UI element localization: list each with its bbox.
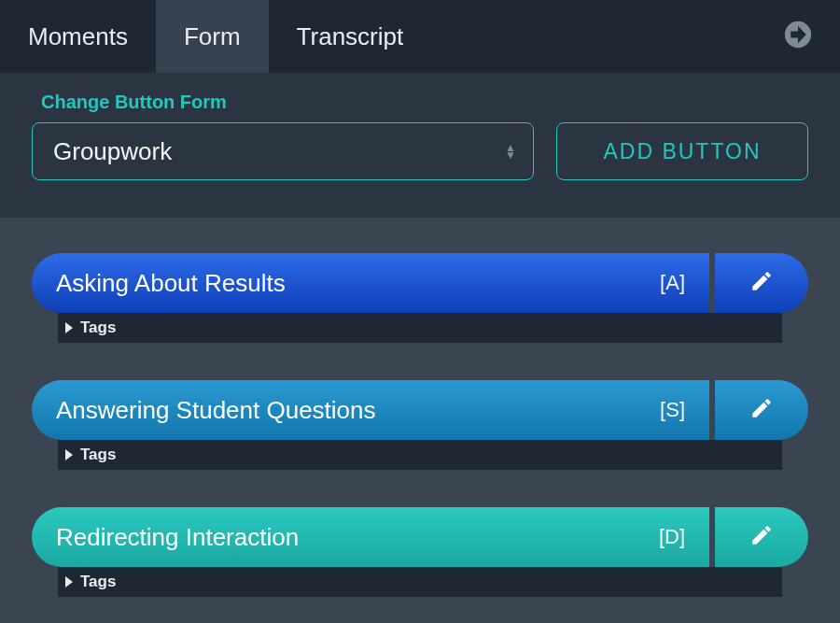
pill-row: Redirecting Interaction [D] [32, 507, 808, 567]
pencil-icon [749, 396, 774, 424]
item-shortcut: [S] [660, 398, 685, 422]
form-panel: Change Button Form Groupwork ▲▼ ADD BUTT… [0, 73, 840, 218]
item-button[interactable]: Asking About Results [A] [32, 253, 709, 313]
list-item: Answering Student Questions [S] Tags [32, 380, 808, 470]
tab-list: Moments Form Transcript [0, 0, 431, 73]
item-label: Redirecting Interaction [56, 523, 659, 552]
pencil-icon [749, 523, 774, 551]
tags-toggle[interactable]: Tags [58, 440, 782, 470]
pencil-icon [749, 269, 774, 297]
advance-button[interactable] [775, 0, 821, 73]
list-item: Redirecting Interaction [D] Tags [32, 507, 808, 597]
item-label: Answering Student Questions [56, 396, 660, 425]
pill-row: Answering Student Questions [S] [32, 380, 808, 440]
triangle-right-icon [65, 322, 73, 333]
item-button[interactable]: Answering Student Questions [S] [32, 380, 709, 440]
select-caret-icon: ▲▼ [505, 144, 516, 159]
form-select-value: Groupwork [53, 137, 172, 166]
tags-label: Tags [80, 446, 116, 464]
button-list: Asking About Results [A] Tags Answering … [0, 218, 840, 597]
item-shortcut: [D] [659, 525, 685, 549]
item-shortcut: [A] [660, 271, 685, 295]
tags-label: Tags [80, 319, 116, 337]
triangle-right-icon [65, 449, 73, 460]
tab-form[interactable]: Form [156, 0, 269, 73]
pill-row: Asking About Results [A] [32, 253, 808, 313]
item-label: Asking About Results [56, 269, 660, 298]
item-edit-button[interactable] [715, 253, 808, 313]
tags-toggle[interactable]: Tags [58, 313, 782, 343]
triangle-right-icon [65, 576, 73, 588]
tags-toggle[interactable]: Tags [58, 567, 782, 597]
add-button[interactable]: ADD BUTTON [556, 122, 808, 180]
form-row: Groupwork ▲▼ ADD BUTTON [32, 122, 808, 180]
top-bar: Moments Form Transcript [0, 0, 840, 73]
tab-moments[interactable]: Moments [0, 0, 156, 73]
item-edit-button[interactable] [715, 380, 808, 440]
arrow-right-circle-icon [782, 19, 814, 54]
form-panel-label: Change Button Form [41, 92, 808, 113]
item-button[interactable]: Redirecting Interaction [D] [32, 507, 709, 567]
tab-transcript[interactable]: Transcript [269, 0, 432, 73]
list-item: Asking About Results [A] Tags [32, 253, 808, 343]
form-select[interactable]: Groupwork ▲▼ [32, 122, 534, 180]
tags-label: Tags [80, 573, 116, 591]
item-edit-button[interactable] [715, 507, 808, 567]
topbar-spacer [431, 0, 775, 73]
